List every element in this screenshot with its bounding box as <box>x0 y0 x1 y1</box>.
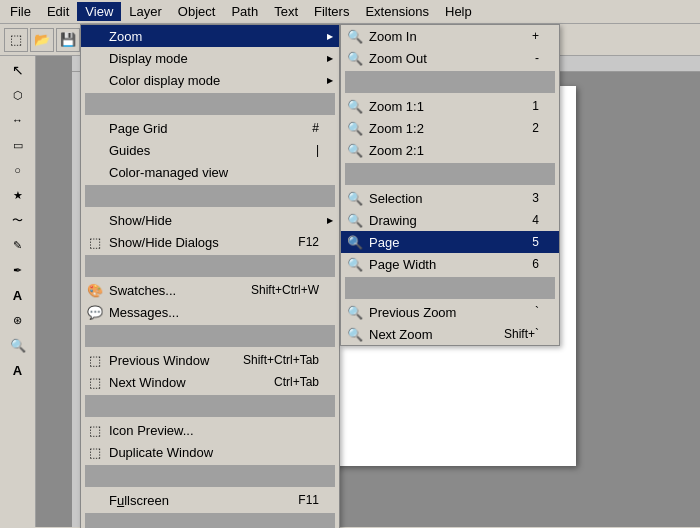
next-window-icon: ⬚ <box>85 375 105 390</box>
zoom-prev[interactable]: 🔍 Previous Zoom ` <box>341 301 559 323</box>
pencil-tool-btn[interactable]: ✎ <box>4 233 32 257</box>
view-menu-sep3 <box>85 255 335 277</box>
view-menu-popup: Zoom Display mode Color display mode Pag… <box>80 24 340 528</box>
menubar: File Edit View Layer Object Path Text Fi… <box>0 0 700 24</box>
show-hide-dialogs-label: Show/Hide Dialogs <box>109 235 219 250</box>
star-tool-btn[interactable]: ★ <box>4 183 32 207</box>
zoom-1-2-label: Zoom 1:2 <box>369 121 424 136</box>
view-menu-prev-window[interactable]: ⬚ Previous Window Shift+Ctrl+Tab <box>81 349 339 371</box>
guides-label: Guides <box>109 143 150 158</box>
zoom-tool-btn[interactable]: 🔍 <box>4 333 32 357</box>
view-menu-swatches[interactable]: 🎨 Swatches... Shift+Ctrl+W <box>81 279 339 301</box>
zoom-page-width-label: Page Width <box>369 257 436 272</box>
toolbar-save[interactable]: 💾 <box>56 28 80 52</box>
wave-tool-btn[interactable]: 〜 <box>4 208 32 232</box>
toolbar-new[interactable]: ⬚ <box>4 28 28 52</box>
view-menu-color-display[interactable]: Color display mode <box>81 69 339 91</box>
zoom-page-label: Page <box>369 235 399 250</box>
icon-preview-icon: ⬚ <box>85 423 105 438</box>
fullscreen-label: Fullscreen <box>109 493 169 508</box>
alpha-tool-btn[interactable]: A <box>4 358 32 382</box>
view-menu-show-hide-dialogs[interactable]: ⬚ Show/Hide Dialogs F12 <box>81 231 339 253</box>
node-tool-btn[interactable]: ⬡ <box>4 83 32 107</box>
guides-shortcut: | <box>296 143 319 157</box>
zoom-next-icon: 🔍 <box>345 327 365 342</box>
show-hide-label: Show/Hide <box>109 213 172 228</box>
view-menu-page-grid[interactable]: Page Grid # <box>81 117 339 139</box>
swatches-icon: 🎨 <box>85 283 105 298</box>
view-menu-display-mode[interactable]: Display mode <box>81 47 339 69</box>
ellipse-tool-btn[interactable]: ○ <box>4 158 32 182</box>
view-menu-messages[interactable]: 💬 Messages... <box>81 301 339 323</box>
zoom-menu-popup: 🔍 Zoom In + 🔍 Zoom Out - 🔍 Zoom 1:1 1 🔍 … <box>340 24 560 346</box>
spray-tool-btn[interactable]: ⊛ <box>4 308 32 332</box>
rect-tool-btn[interactable]: ▭ <box>4 133 32 157</box>
view-menu-icon-preview[interactable]: ⬚ Icon Preview... <box>81 419 339 441</box>
zoom-page[interactable]: 🔍 Page 5 <box>341 231 559 253</box>
view-menu-color-managed[interactable]: Color-managed view <box>81 161 339 183</box>
page-grid-label: Page Grid <box>109 121 168 136</box>
zoom-next[interactable]: 🔍 Next Zoom Shift+` <box>341 323 559 345</box>
swatches-label: Swatches... <box>109 283 176 298</box>
zoom-selection[interactable]: 🔍 Selection 3 <box>341 187 559 209</box>
text-tool-btn[interactable]: A <box>4 283 32 307</box>
zoom-sep3 <box>345 277 555 299</box>
next-window-shortcut: Ctrl+Tab <box>254 375 319 389</box>
zoom-out[interactable]: 🔍 Zoom Out - <box>341 47 559 69</box>
view-menu-sep4 <box>85 325 335 347</box>
display-mode-label: Display mode <box>109 51 188 66</box>
zoom-1-2[interactable]: 🔍 Zoom 1:2 2 <box>341 117 559 139</box>
zoom-1-1-shortcut: 1 <box>512 99 539 113</box>
view-menu-next-window[interactable]: ⬚ Next Window Ctrl+Tab <box>81 371 339 393</box>
view-menu-guides[interactable]: Guides | <box>81 139 339 161</box>
zoom-out-label: Zoom Out <box>369 51 427 66</box>
toolbox: ↖ ⬡ ↔ ▭ ○ ★ 〜 ✎ ✒ A ⊛ 🔍 A <box>0 56 36 527</box>
pen-tool-btn[interactable]: ✒ <box>4 258 32 282</box>
zoom-2-1-label: Zoom 2:1 <box>369 143 424 158</box>
view-menu-fullscreen[interactable]: Fullscreen F11 <box>81 489 339 511</box>
zoom-in[interactable]: 🔍 Zoom In + <box>341 25 559 47</box>
menubar-item-file[interactable]: File <box>2 2 39 21</box>
menubar-item-path[interactable]: Path <box>223 2 266 21</box>
zoom-1-1[interactable]: 🔍 Zoom 1:1 1 <box>341 95 559 117</box>
next-window-label: Next Window <box>109 375 186 390</box>
zoom-drawing[interactable]: 🔍 Drawing 4 <box>341 209 559 231</box>
color-managed-label: Color-managed view <box>109 165 228 180</box>
dialogs-shortcut: F12 <box>278 235 319 249</box>
duplicate-window-icon: ⬚ <box>85 445 105 460</box>
menubar-item-text[interactable]: Text <box>266 2 306 21</box>
zoom-page-width-shortcut: 6 <box>512 257 539 271</box>
duplicate-window-label: Duplicate Window <box>109 445 213 460</box>
menubar-item-filters[interactable]: Filters <box>306 2 357 21</box>
zoom-prev-shortcut: ` <box>515 305 539 319</box>
zoom-drawing-shortcut: 4 <box>512 213 539 227</box>
zoom-prev-icon: 🔍 <box>345 305 365 320</box>
view-menu-sep5 <box>85 395 335 417</box>
menubar-item-object[interactable]: Object <box>170 2 224 21</box>
zoom-page-width[interactable]: 🔍 Page Width 6 <box>341 253 559 275</box>
view-menu-duplicate-window[interactable]: ⬚ Duplicate Window <box>81 441 339 463</box>
view-menu-sep7 <box>85 513 335 528</box>
menubar-item-extensions[interactable]: Extensions <box>357 2 437 21</box>
zoom-selection-shortcut: 3 <box>512 191 539 205</box>
transform-tool-btn[interactable]: ↔ <box>4 108 32 132</box>
menubar-item-layer[interactable]: Layer <box>121 2 170 21</box>
dialogs-icon: ⬚ <box>85 235 105 250</box>
menubar-item-help[interactable]: Help <box>437 2 480 21</box>
prev-window-shortcut: Shift+Ctrl+Tab <box>223 353 319 367</box>
zoom-2-1-icon: 🔍 <box>345 143 365 158</box>
zoom-in-shortcut: + <box>512 29 539 43</box>
zoom-2-1[interactable]: 🔍 Zoom 2:1 <box>341 139 559 161</box>
zoom-out-icon: 🔍 <box>345 51 365 66</box>
zoom-1-1-label: Zoom 1:1 <box>369 99 424 114</box>
zoom-in-label: Zoom In <box>369 29 417 44</box>
zoom-out-shortcut: - <box>515 51 539 65</box>
view-menu-show-hide[interactable]: Show/Hide <box>81 209 339 231</box>
toolbar-open[interactable]: 📂 <box>30 28 54 52</box>
menubar-item-view[interactable]: View <box>77 2 121 21</box>
menubar-item-edit[interactable]: Edit <box>39 2 77 21</box>
select-tool-btn[interactable]: ↖ <box>4 58 32 82</box>
view-menu-zoom[interactable]: Zoom <box>81 25 339 47</box>
zoom-label-text: Zoom <box>109 29 142 44</box>
zoom-sep1 <box>345 71 555 93</box>
